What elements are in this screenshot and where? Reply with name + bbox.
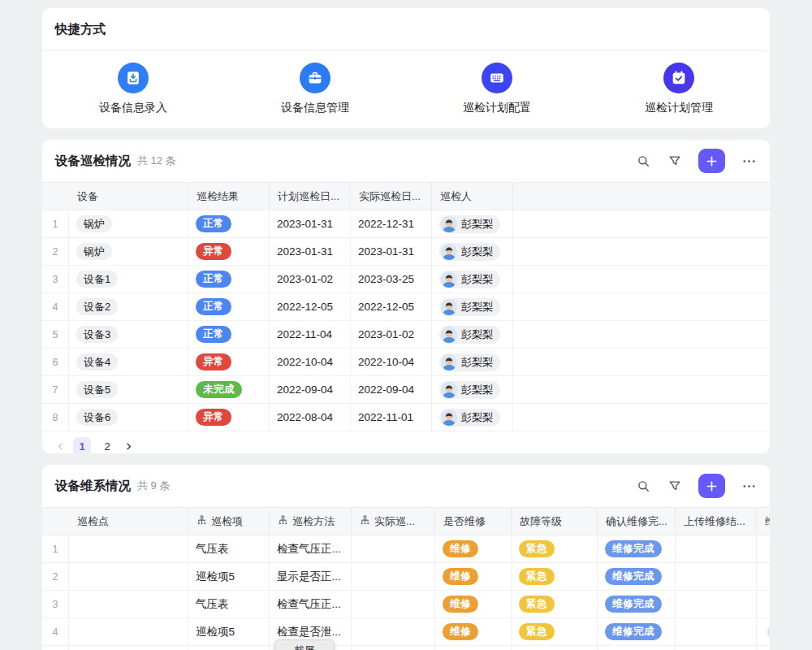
device-tag[interactable]: 设备5	[76, 381, 118, 398]
device-tag[interactable]: 设备3	[76, 326, 118, 343]
avatar	[767, 623, 770, 641]
device-tag[interactable]: 锅炉	[76, 215, 112, 232]
level-badge[interactable]: 紧急	[519, 540, 555, 557]
planned-date: 2022-08-04	[270, 404, 351, 431]
page-button-2[interactable]: 2	[98, 437, 116, 453]
shortcut-label: 设备信息管理	[281, 101, 349, 115]
confirm-badge[interactable]: 维修完成	[605, 568, 662, 585]
status-badge[interactable]: 正常	[196, 215, 231, 232]
column-header-device[interactable]: 设备	[69, 183, 188, 210]
table-row[interactable]: 6 设备4 异常 2022-10-04 2022-10-04 彭梨梨	[42, 349, 770, 376]
table-row[interactable]: 4 巡检项5 检查是否泄... 维修 紧急 维修完成	[42, 618, 770, 646]
column-header-level[interactable]: 故障等级	[512, 508, 598, 535]
avatar	[441, 299, 457, 315]
table-row[interactable]: 1 锅炉 正常 2023-01-31 2022-12-31 彭梨梨	[42, 210, 770, 238]
inspector-tag[interactable]: 彭梨梨	[439, 381, 500, 399]
point-cell	[69, 618, 188, 645]
inspector-tag[interactable]: 彭梨梨	[439, 271, 500, 288]
level-badge[interactable]: 紧急	[519, 568, 555, 585]
repair-badge[interactable]: 维修	[443, 596, 478, 613]
planned-date: 2022-12-05	[270, 293, 351, 320]
table-row[interactable]: 3 气压表 检查气压正... 维修 紧急 维修完成	[42, 591, 770, 618]
actual-date: 2023-01-02	[351, 321, 432, 348]
shortcut-plan-config[interactable]: 巡检计划配置	[406, 63, 588, 115]
prev-page-icon[interactable]	[55, 441, 66, 452]
column-header-clipped[interactable]: 维	[757, 508, 770, 535]
column-header-upload[interactable]: 上传维修结...	[676, 508, 757, 535]
device-tag[interactable]: 设备2	[76, 298, 118, 315]
table-row[interactable]: 7 设备5 未完成 2022-09-04 2022-09-04 彭梨梨	[42, 376, 770, 404]
inspector-tag[interactable]: 彭梨梨	[439, 353, 500, 371]
shortcut-label: 设备信息录入	[99, 101, 167, 115]
status-badge[interactable]: 未完成	[196, 381, 242, 398]
more-options-button[interactable]	[741, 479, 757, 494]
column-header-planned-date[interactable]: 计划巡检日...	[270, 183, 351, 210]
shortcut-device-manage[interactable]: 设备信息管理	[224, 63, 406, 115]
status-badge[interactable]: 正常	[196, 271, 231, 288]
inspector-tag[interactable]: 彭梨梨	[439, 243, 500, 261]
device-tag[interactable]: 设备4	[76, 353, 118, 370]
status-badge[interactable]: 异常	[196, 409, 231, 426]
shortcut-device-entry[interactable]: 设备信息录入	[42, 63, 224, 115]
inspector-tag[interactable]: 彭梨梨	[439, 409, 500, 427]
method-cell: 检查气压正...	[270, 535, 352, 562]
filter-icon[interactable]	[667, 154, 682, 168]
inspector-tag[interactable]: 彭梨梨	[439, 298, 500, 316]
actual-date: 2022-09-04	[351, 376, 432, 403]
column-header-confirm[interactable]: 确认维修完...	[598, 508, 676, 535]
table-row[interactable]: 2 锅炉 异常 2023-01-31 2023-01-31 彭梨梨	[42, 238, 770, 266]
inspector-tag[interactable]: 彭梨梨	[439, 215, 500, 233]
next-page-icon[interactable]	[123, 441, 134, 452]
status-badge[interactable]: 正常	[196, 298, 231, 315]
repair-badge[interactable]: 维修	[443, 623, 478, 640]
table-row[interactable]: 2 巡检项5 显示是否正... 维修 紧急 维修完成	[42, 563, 770, 591]
column-header-actual-date[interactable]: 实际巡检日...	[351, 183, 432, 210]
device-tag[interactable]: 锅炉	[76, 243, 112, 260]
device-tag[interactable]: 设备6	[76, 409, 118, 426]
row-number: 4	[42, 618, 69, 645]
column-header-repair[interactable]: 是否维修	[435, 508, 512, 535]
column-header-result[interactable]: 巡检结果	[188, 183, 270, 210]
screenshot-tooltip: 截屏	[274, 639, 335, 650]
column-header-inspector[interactable]: 巡检人	[432, 183, 513, 210]
inspector-tag[interactable]: 彭梨梨	[439, 326, 500, 344]
column-header-item[interactable]: 巡检项	[188, 508, 270, 535]
device-tag[interactable]: 设备1	[76, 271, 118, 288]
confirm-badge[interactable]: 维修完成	[605, 540, 662, 557]
search-icon[interactable]	[636, 479, 651, 494]
search-icon[interactable]	[636, 154, 651, 169]
row-number: 2	[42, 238, 69, 265]
repair-badge[interactable]: 维修	[443, 540, 478, 557]
confirm-badge[interactable]: 维修完成	[605, 596, 662, 613]
more-options-button[interactable]	[741, 154, 757, 169]
level-badge[interactable]: 紧急	[519, 596, 555, 613]
lookup-icon	[197, 515, 207, 528]
table-row[interactable]: 5 设备3 正常 2022-11-04 2023-01-02 彭梨梨	[42, 321, 770, 349]
actual-cell	[352, 618, 435, 645]
maintenance-table-header: 巡检点 巡检项 巡检方法 实际巡... 是否维修 故障等级 确认维修完... 上…	[42, 507, 770, 535]
level-badge[interactable]: 紧急	[519, 623, 555, 640]
table-row[interactable]: 8 设备6 异常 2022-08-04 2022-11-01 彭梨梨	[42, 404, 770, 431]
record-count: 共 9 条	[137, 479, 170, 493]
page-button-1[interactable]: 1	[73, 437, 91, 453]
keyboard-icon	[482, 63, 512, 93]
add-record-button[interactable]	[698, 474, 725, 498]
status-badge[interactable]: 正常	[196, 326, 231, 343]
table-row[interactable]: 3 设备1 正常 2023-01-02 2023-03-25 彭梨梨	[42, 266, 770, 293]
upload-cell	[676, 591, 757, 618]
planned-date: 2023-01-31	[270, 238, 351, 265]
confirm-badge[interactable]: 维修完成	[605, 623, 662, 640]
column-header-actual[interactable]: 实际巡...	[352, 508, 435, 535]
table-row[interactable]: 4 设备2 正常 2022-12-05 2022-12-05 彭梨梨	[42, 293, 770, 321]
table-row[interactable]: 5 巡检项5 显示是否正... 维修 重要 维修中	[42, 646, 770, 650]
status-badge[interactable]: 异常	[196, 243, 231, 260]
column-header-point[interactable]: 巡检点	[69, 508, 188, 535]
add-record-button[interactable]	[698, 149, 725, 173]
shortcut-plan-manage[interactable]: 巡检计划管理	[588, 63, 770, 115]
status-badge[interactable]: 异常	[196, 353, 231, 370]
table-row[interactable]: 1 气压表 检查气压正... 维修 紧急 维修完成	[42, 535, 770, 563]
column-header-method[interactable]: 巡检方法	[270, 508, 352, 535]
planned-date: 2022-09-04	[270, 376, 351, 403]
repair-badge[interactable]: 维修	[443, 568, 478, 585]
filter-icon[interactable]	[667, 479, 682, 493]
